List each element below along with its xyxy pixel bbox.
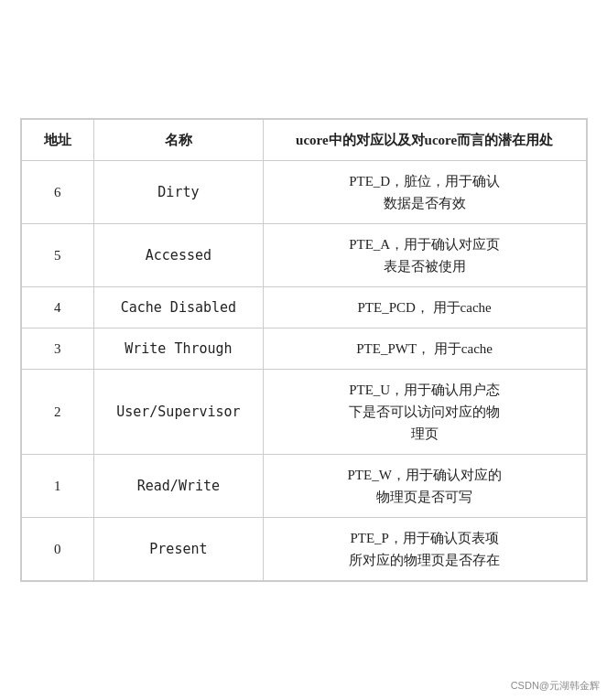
cell-name: Dirty <box>94 161 264 224</box>
cell-description: PTE_P，用于确认页表项所对应的物理页是否存在 <box>263 518 586 581</box>
table-row: 4Cache DisabledPTE_PCD， 用于cache <box>21 287 586 328</box>
cell-address: 5 <box>21 224 94 287</box>
header-name: 名称 <box>94 120 264 161</box>
cell-address: 4 <box>21 287 94 328</box>
cell-name: Write Through <box>94 328 264 370</box>
header-address: 地址 <box>21 120 94 161</box>
cell-name: Accessed <box>94 224 264 287</box>
pte-table: 地址 名称 ucore中的对应以及对ucore而言的潜在用处 6DirtyPTE… <box>21 119 587 581</box>
cell-description: PTE_PWT， 用于cache <box>263 328 586 370</box>
cell-name: Present <box>94 518 264 581</box>
watermark-text: CSDN@元湖韩金辉 <box>511 679 600 693</box>
header-desc-text: ucore中的对应以及对ucore而言的潜在用处 <box>296 133 553 147</box>
table-header-row: 地址 名称 ucore中的对应以及对ucore而言的潜在用处 <box>21 120 586 161</box>
cell-description: PTE_W，用于确认对应的物理页是否可写 <box>263 455 586 518</box>
table-row: 5AccessedPTE_A，用于确认对应页表是否被使用 <box>21 224 586 287</box>
cell-address: 6 <box>21 161 94 224</box>
table-row: 1Read/WritePTE_W，用于确认对应的物理页是否可写 <box>21 455 586 518</box>
cell-description: PTE_A，用于确认对应页表是否被使用 <box>263 224 586 287</box>
cell-name: Read/Write <box>94 455 264 518</box>
cell-address: 3 <box>21 328 94 370</box>
cell-name: User/Supervisor <box>94 370 264 455</box>
cell-description: PTE_D，脏位，用于确认数据是否有效 <box>263 161 586 224</box>
table-row: 6DirtyPTE_D，脏位，用于确认数据是否有效 <box>21 161 586 224</box>
table-row: 3Write ThroughPTE_PWT， 用于cache <box>21 328 586 370</box>
table-body: 6DirtyPTE_D，脏位，用于确认数据是否有效5AccessedPTE_A，… <box>21 161 586 581</box>
cell-address: 0 <box>21 518 94 581</box>
cell-address: 1 <box>21 455 94 518</box>
cell-description: PTE_U，用于确认用户态下是否可以访问对应的物理页 <box>263 370 586 455</box>
main-table-container: 地址 名称 ucore中的对应以及对ucore而言的潜在用处 6DirtyPTE… <box>20 118 588 582</box>
table-row: 0PresentPTE_P，用于确认页表项所对应的物理页是否存在 <box>21 518 586 581</box>
cell-name: Cache Disabled <box>94 287 264 328</box>
cell-description: PTE_PCD， 用于cache <box>263 287 586 328</box>
table-row: 2User/SupervisorPTE_U，用于确认用户态下是否可以访问对应的物… <box>21 370 586 455</box>
cell-address: 2 <box>21 370 94 455</box>
header-description: ucore中的对应以及对ucore而言的潜在用处 <box>263 120 586 161</box>
